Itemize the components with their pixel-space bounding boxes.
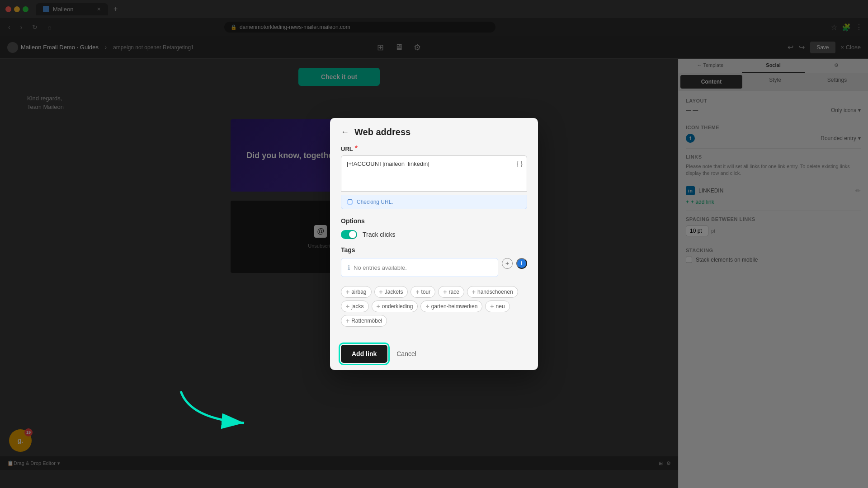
cancel-button[interactable]: Cancel [393, 345, 420, 363]
tag-plus-icon: + [379, 288, 383, 296]
modal-header: ← Web address [330, 118, 538, 145]
tag-label: race [448, 289, 459, 295]
url-code-btn[interactable]: { } [517, 160, 523, 167]
web-address-modal: ← Web address URL * [+!ACCOUNT|maileon_l… [330, 118, 538, 370]
options-section-title: Options [341, 217, 527, 225]
modal-body: URL * [+!ACCOUNT|maileon_linkedin] { } C… [330, 145, 538, 338]
tags-section-title: Tags [341, 246, 527, 253]
tag-plus-icon: + [472, 288, 476, 296]
checking-url-text: Checking URL. [357, 199, 393, 205]
track-clicks-label: Track clicks [363, 231, 396, 238]
tag-label: onderkleding [382, 303, 413, 310]
url-input-wrapper: [+!ACCOUNT|maileon_linkedin] { } [341, 155, 527, 193]
checking-url-row: Checking URL. [341, 195, 527, 209]
available-tags: +airbag+Jackets+tour+race+handschoenen+j… [341, 286, 527, 327]
tag-plus-icon: + [490, 303, 494, 310]
tag-chip[interactable]: +neu [485, 300, 509, 312]
tag-chip[interactable]: +race [438, 286, 464, 298]
required-indicator: * [355, 145, 358, 153]
tag-plus-icon: + [346, 317, 349, 324]
no-entries-text: No entries available. [354, 264, 407, 271]
tag-info-btn[interactable]: i [516, 258, 527, 269]
track-clicks-row: Track clicks [341, 230, 527, 239]
tag-label: tour [421, 289, 431, 295]
tag-plus-icon: + [346, 303, 349, 310]
tag-add-btn[interactable]: + [502, 258, 513, 269]
url-form-label: URL * [341, 145, 527, 153]
tags-controls-wrapper: ℹ No entries available. + i [341, 258, 527, 282]
toggle-knob [349, 231, 356, 238]
track-clicks-toggle[interactable] [341, 230, 357, 239]
tag-chip[interactable]: +garten-heimwerken [420, 300, 482, 312]
modal-footer: Add link Cancel [330, 338, 538, 370]
tag-plus-icon: + [346, 288, 349, 296]
tag-label: Jackets [385, 289, 403, 295]
tag-chip[interactable]: +tour [410, 286, 435, 298]
tag-chip[interactable]: +jacks [341, 300, 369, 312]
add-link-button[interactable]: Add link [341, 345, 387, 363]
tag-label: garten-heimwerken [431, 303, 478, 310]
tag-label: handschoenen [477, 289, 513, 295]
tag-label: airbag [351, 289, 366, 295]
tag-label: neu [496, 303, 505, 310]
modal-overlay: ← Web address URL * [+!ACCOUNT|maileon_l… [0, 0, 868, 488]
tag-label: jacks [351, 303, 363, 310]
tag-plus-icon: + [425, 303, 429, 310]
tag-plus-icon: + [443, 288, 447, 296]
tags-empty-box: ℹ No entries available. [341, 258, 498, 277]
tag-plus-icon: + [377, 303, 380, 310]
modal-back-btn[interactable]: ← [341, 127, 349, 137]
tag-chip[interactable]: +Rattenmöbel [341, 315, 387, 327]
info-icon: ℹ [348, 264, 350, 271]
tag-plus-icon: + [415, 288, 419, 296]
tag-chip[interactable]: +onderkleding [372, 300, 418, 312]
tag-chip[interactable]: +handschoenen [467, 286, 518, 298]
url-spinner [347, 199, 353, 205]
tag-chip[interactable]: +airbag [341, 286, 372, 298]
tag-label: Rattenmöbel [351, 318, 382, 324]
tag-chip[interactable]: +Jackets [374, 286, 408, 298]
url-input[interactable]: [+!ACCOUNT|maileon_linkedin] [341, 155, 527, 192]
modal-title: Web address [354, 127, 410, 137]
